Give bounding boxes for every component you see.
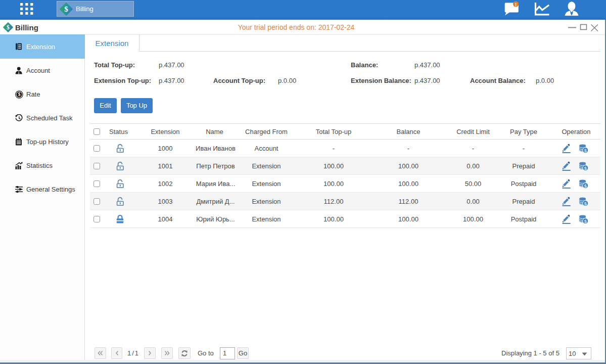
- svg-text:$: $: [64, 5, 68, 13]
- svg-text:$: $: [18, 92, 21, 97]
- svg-text:!: !: [515, 2, 517, 7]
